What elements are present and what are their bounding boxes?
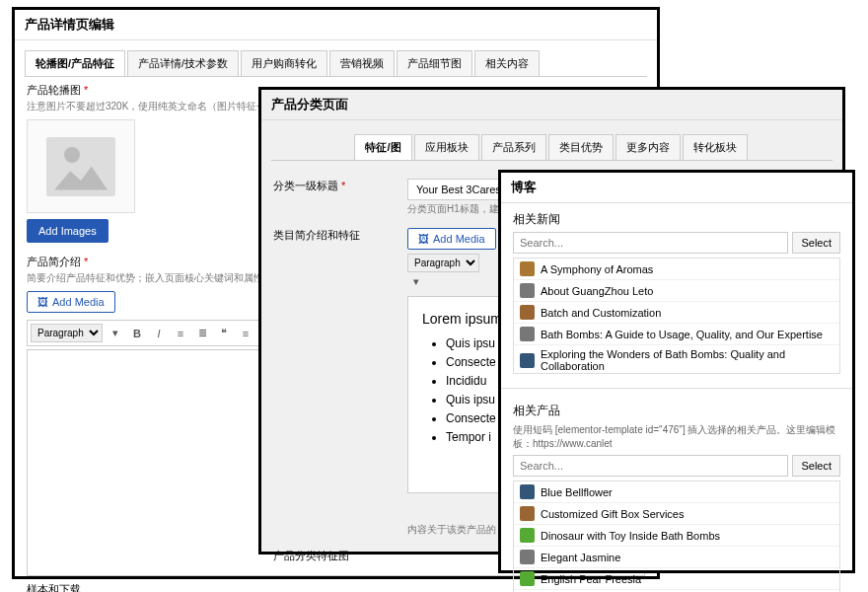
tab-series[interactable]: 产品系列 — [481, 134, 546, 160]
thumb-icon — [520, 550, 535, 564]
tab-more[interactable]: 更多内容 — [615, 134, 681, 160]
tabs-panel2: 特征/图 应用板块 产品系列 类目优势 更多内容 转化板块 — [271, 134, 832, 161]
news-list: A Symphony of Aromas About GuangZhou Let… — [513, 258, 840, 374]
thumb-icon — [520, 305, 535, 320]
italic-button[interactable]: I — [150, 325, 168, 342]
prod-hint: 使用短码 [elementor-template id="476"] 插入选择的… — [513, 423, 840, 451]
product-list: Blue Bellflower Customized Gift Box Serv… — [513, 481, 840, 592]
list-item[interactable]: English Pear Freesia — [514, 568, 839, 590]
list-item[interactable]: Blue Bellflower — [514, 481, 839, 503]
number-list-button[interactable]: ≣ — [193, 325, 211, 342]
paragraph-select[interactable]: Paragraph — [407, 254, 479, 272]
list-item[interactable]: Bath Bombs: A Guide to Usage, Quality, a… — [514, 324, 839, 345]
image-placeholder[interactable] — [27, 119, 135, 213]
list-item[interactable]: About GuangZhou Leto — [514, 280, 839, 302]
thumb-icon — [520, 283, 535, 298]
thumb-icon — [520, 327, 535, 341]
news-label: 相关新闻 — [513, 211, 840, 228]
tab-advantage[interactable]: 类目优势 — [548, 134, 614, 160]
list-item[interactable]: Exploring the Wonders of Bath Bombs: Qua… — [514, 345, 839, 374]
dropdown-icon[interactable]: ▾ — [407, 272, 425, 290]
tabs-panel1: 轮播图/产品特征 产品详情/技术参数 用户购商转化 营销视频 产品细节图 相关内… — [25, 50, 647, 77]
search-input[interactable] — [513, 232, 788, 254]
tab-feature[interactable]: 特征/图 — [354, 134, 411, 160]
select-button[interactable]: Select — [792, 232, 840, 254]
select-button[interactable]: Select — [792, 455, 840, 477]
bullet-list-button[interactable]: ≡ — [172, 325, 189, 342]
tab-related[interactable]: 相关内容 — [474, 50, 540, 76]
paragraph-select[interactable]: Paragraph — [31, 324, 103, 342]
panel-title: 产品分类页面 — [261, 90, 842, 120]
panel-title: 产品详情页编辑 — [15, 10, 657, 40]
thumb-icon — [520, 571, 535, 586]
thumb-icon — [520, 261, 535, 276]
add-media-button[interactable]: 🖼Add Media — [407, 228, 496, 250]
media-icon: 🖼 — [37, 296, 48, 308]
search-input[interactable] — [513, 455, 788, 477]
tab-convert[interactable]: 转化板块 — [683, 134, 748, 160]
dropdown-icon[interactable]: ▾ — [107, 325, 124, 342]
panel-title: 博客 — [501, 173, 852, 203]
tab-conversion[interactable]: 用户购商转化 — [241, 50, 327, 76]
add-images-button[interactable]: Add Images — [27, 219, 108, 243]
media-icon: 🖼 — [418, 233, 429, 245]
add-media-button[interactable]: 🖼Add Media — [27, 291, 115, 313]
align-left-button[interactable]: ≡ — [237, 325, 254, 342]
divider — [501, 388, 852, 389]
image-icon — [46, 137, 115, 196]
prod-label: 相关产品 — [513, 403, 840, 419]
list-item[interactable]: A Symphony of Aromas — [514, 259, 839, 280]
section-news: 相关新闻 Select A Symphony of Aromas About G… — [501, 203, 852, 382]
tab-video[interactable]: 营销视频 — [329, 50, 395, 76]
list-item[interactable]: Elegant Jasmine — [514, 547, 839, 568]
bold-button[interactable]: B — [128, 325, 146, 342]
cat-label: 类目简介绍和特征 — [273, 228, 392, 243]
thumb-icon — [520, 528, 535, 543]
h1-label: 分类一级标题 — [273, 179, 392, 193]
thumb-icon — [520, 484, 535, 499]
tab-app[interactable]: 应用板块 — [414, 134, 479, 160]
list-item[interactable]: Batch and Customization — [514, 302, 839, 324]
quote-button[interactable]: ❝ — [215, 325, 233, 342]
list-item[interactable]: Customized Gift Box Services — [514, 503, 839, 525]
section-products: 相关产品 使用短码 [elementor-template id="476"] … — [501, 395, 852, 592]
tab-carousel[interactable]: 轮播图/产品特征 — [25, 50, 125, 76]
panel-blog: 博客 相关新闻 Select A Symphony of Aromas Abou… — [498, 170, 855, 573]
thumb-icon — [520, 353, 535, 368]
tab-details[interactable]: 产品详情/技术参数 — [127, 50, 239, 76]
list-item[interactable]: Dinosaur with Toy Inside Bath Bombs — [514, 525, 839, 547]
thumb-icon — [520, 506, 535, 521]
tab-detail-img[interactable]: 产品细节图 — [397, 50, 472, 76]
